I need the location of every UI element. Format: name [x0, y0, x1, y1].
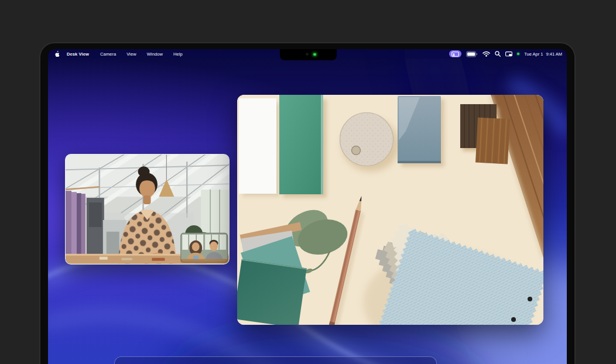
menu-help[interactable]: Help — [168, 51, 188, 57]
clock-time: 9:41 AM — [546, 51, 562, 57]
desk-view-window[interactable] — [237, 95, 543, 325]
menu-view[interactable]: View — [121, 51, 142, 57]
apple-menu[interactable] — [54, 51, 63, 57]
screen-mirroring-icon[interactable] — [505, 51, 512, 57]
wifi-icon[interactable] — [482, 51, 490, 57]
camera-indicator-light — [313, 53, 316, 56]
menu-bar-clock[interactable]: Tue Apr 1 9:41 AM — [524, 51, 562, 57]
battery-icon[interactable] — [466, 51, 478, 57]
display-notch — [280, 49, 337, 60]
clock-date: Tue Apr 1 — [524, 51, 543, 57]
screen-sharing-icon — [451, 51, 459, 57]
menu-camera[interactable]: Camera — [95, 51, 121, 57]
notch-camera — [306, 53, 309, 56]
screen-sharing-indicator[interactable] — [449, 50, 461, 57]
macbook-body: Desk View Camera View Window Help — [39, 42, 576, 364]
macbook-screen: Desk View Camera View Window Help — [48, 49, 567, 364]
menu-app-name[interactable]: Desk View — [63, 51, 95, 57]
camera-in-use-dot — [517, 53, 519, 55]
facetime-video-feed — [66, 154, 229, 264]
bottom-window-edge[interactable] — [114, 356, 437, 364]
desk-view-feed — [237, 95, 543, 325]
search-icon[interactable] — [495, 51, 501, 57]
page-background: Desk View Camera View Window Help — [0, 0, 616, 364]
facetime-pip[interactable] — [180, 233, 228, 263]
apple-logo-icon — [54, 51, 60, 57]
menu-window[interactable]: Window — [142, 51, 168, 57]
facetime-call-window[interactable] — [65, 154, 230, 265]
